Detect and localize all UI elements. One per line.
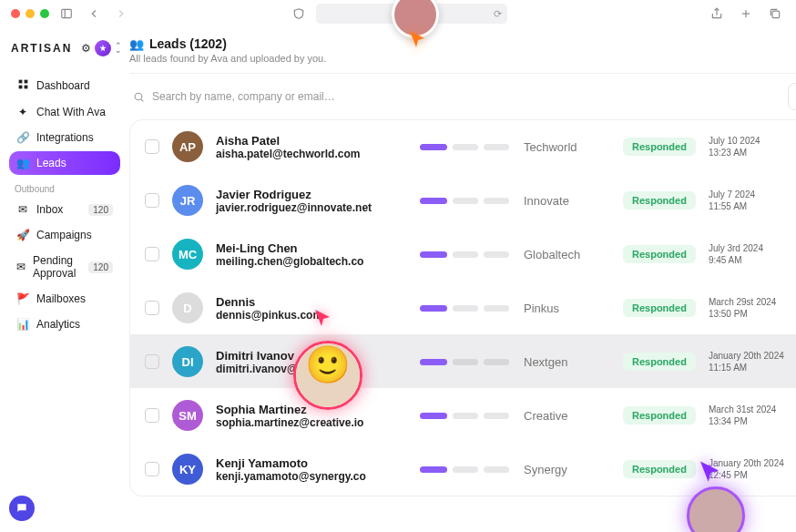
sidebar-item-label: Chat With Ava: [36, 106, 106, 118]
page-title: Leads (1202): [149, 36, 227, 51]
lead-status-badge: Responded: [623, 406, 696, 425]
svg-rect-5: [772, 11, 780, 18]
share-icon[interactable]: [707, 4, 727, 24]
inbox-icon: ✉: [16, 203, 29, 216]
lead-avatar: DI: [172, 346, 203, 377]
lead-checkbox[interactable]: [145, 462, 159, 476]
lead-company: Synergy: [524, 463, 610, 476]
campaigns-icon: 🚀: [16, 229, 29, 241]
cursor-pink-icon: [311, 308, 333, 330]
lead-row[interactable]: MCMei-Ling Chenmeiling.chen@globaltech.c…: [130, 227, 796, 281]
lead-row[interactable]: JRJavier Rodriguezjavier.rodriguez@innov…: [130, 173, 796, 227]
sidebar: ARTISAN ⚙ ⌃⌄ Dashboard✦Chat With Ava🔗Int…: [0, 27, 126, 532]
sidebar-badge: 120: [88, 204, 113, 216]
lead-row[interactable]: DDennisdennis@pinkus.comPinkusRespondedM…: [130, 281, 796, 334]
window-controls: [11, 9, 49, 18]
chat-icon: [15, 502, 28, 515]
pending-icon: ✉: [16, 261, 26, 273]
lead-avatar: MC: [172, 239, 203, 270]
lead-progress: [420, 359, 511, 365]
sidebar-item-campaigns[interactable]: 🚀Campaigns: [9, 223, 120, 247]
leads-icon: 👥: [16, 157, 29, 169]
sidebar-item-leads[interactable]: 👥Leads: [9, 151, 120, 175]
search-input[interactable]: Search by name, company or email…: [129, 85, 779, 108]
lead-name: Aisha Patel: [216, 134, 407, 148]
chat-icon: ✦: [16, 106, 29, 118]
lead-status-badge: Responded: [623, 245, 696, 263]
lead-row[interactable]: APAisha Patelaisha.patel@techworld.comTe…: [130, 120, 796, 173]
sidebar-item-integrations[interactable]: 🔗Integrations: [9, 126, 120, 149]
lead-row[interactable]: SMSophia Martinezsophia.martinez@creativ…: [130, 388, 796, 442]
chevron-updown-icon[interactable]: ⌃⌄: [115, 44, 122, 54]
sidebar-item-label: Analytics: [36, 318, 80, 331]
lead-progress: [420, 413, 511, 419]
help-chat-button[interactable]: [9, 496, 35, 521]
integrations-icon: 🔗: [16, 131, 29, 144]
main-content: 👥 Leads (1202) All leads found by Ava an…: [126, 27, 796, 532]
lead-identity: Aisha Patelaisha.patel@techworld.com: [216, 134, 407, 160]
lead-row[interactable]: DIDimitri Ivanovdimitri.ivanov@nextgen.n…: [130, 334, 796, 388]
close-window[interactable]: [11, 9, 20, 18]
lead-avatar: D: [172, 292, 203, 323]
lead-checkbox[interactable]: [145, 301, 159, 315]
lead-email: sophia.martinez@creative.io: [216, 416, 407, 429]
forward-button[interactable]: [111, 4, 131, 24]
lead-company: Globaltech: [524, 248, 610, 261]
svg-point-10: [135, 93, 142, 100]
shield-icon[interactable]: [289, 4, 309, 24]
lead-checkbox[interactable]: [145, 408, 159, 423]
sidebar-item-label: Integrations: [36, 131, 94, 144]
lead-progress: [420, 466, 511, 473]
sidebar-item-label: Inbox: [36, 203, 63, 216]
sidebar-item-pending-approval[interactable]: ✉Pending Approval120: [9, 249, 120, 285]
lead-company: Creative: [524, 409, 610, 423]
lead-checkbox[interactable]: [145, 354, 159, 369]
filter-button[interactable]: [788, 83, 796, 110]
svg-rect-6: [18, 80, 22, 84]
lead-name: Kenji Yamamoto: [216, 456, 407, 470]
sidebar-toggle-icon[interactable]: [56, 4, 77, 24]
sidebar-item-label: Campaigns: [36, 229, 92, 241]
dashboard-icon: [16, 78, 29, 93]
lead-company: Innovate: [524, 194, 610, 208]
analytics-icon: 📊: [16, 318, 29, 331]
lead-identity: Kenji Yamamotokenji.yamamoto@synergy.co: [216, 456, 407, 483]
lead-email: kenji.yamamoto@synergy.co: [216, 470, 407, 483]
lead-status-badge: Responded: [623, 299, 696, 317]
new-tab-icon[interactable]: [736, 4, 756, 24]
svg-rect-8: [18, 86, 22, 89]
tabs-icon[interactable]: [765, 4, 785, 24]
lead-name: Mei-Ling Chen: [216, 241, 407, 255]
sidebar-item-dashboard[interactable]: Dashboard: [9, 73, 120, 98]
ava-avatar-icon[interactable]: [95, 40, 111, 56]
lead-date: March 31st 202413:34 PM: [709, 404, 796, 427]
lead-date: March 29st 202413:50 PM: [709, 296, 796, 320]
lead-email: aisha.patel@techworld.com: [216, 148, 407, 160]
lead-avatar: SM: [172, 400, 203, 431]
sidebar-item-analytics[interactable]: 📊Analytics: [9, 312, 120, 336]
lead-status-badge: Responded: [623, 460, 696, 478]
lead-avatar: JR: [172, 185, 203, 216]
maximize-window[interactable]: [40, 9, 49, 18]
lead-checkbox[interactable]: [145, 139, 159, 154]
refresh-icon[interactable]: ⟳: [494, 8, 502, 20]
lead-checkbox[interactable]: [145, 193, 159, 208]
cursor-orange-icon: [406, 29, 428, 51]
gear-icon[interactable]: ⚙: [81, 42, 91, 55]
lead-checkbox[interactable]: [145, 247, 159, 261]
sidebar-item-inbox[interactable]: ✉Inbox120: [9, 198, 120, 221]
lead-identity: Javier Rodriguezjavier.rodriguez@innovat…: [216, 188, 407, 214]
sidebar-item-label: Leads: [36, 157, 66, 169]
sidebar-item-mailboxes[interactable]: 🚩Mailboxes: [9, 287, 120, 311]
lead-progress: [420, 251, 511, 258]
lead-date: July 7 202411:55 AM: [709, 189, 796, 212]
lead-name: Dennis: [216, 295, 407, 309]
sidebar-item-chat-with-ava[interactable]: ✦Chat With Ava: [9, 100, 120, 124]
search-icon: [133, 91, 145, 103]
minimize-window[interactable]: [26, 9, 35, 18]
sidebar-item-label: Pending Approval: [33, 254, 81, 280]
cursor-purple-icon: [696, 459, 723, 486]
lead-company: Techworld: [524, 140, 610, 154]
back-button[interactable]: [84, 4, 104, 24]
lead-status-badge: Responded: [623, 138, 696, 156]
